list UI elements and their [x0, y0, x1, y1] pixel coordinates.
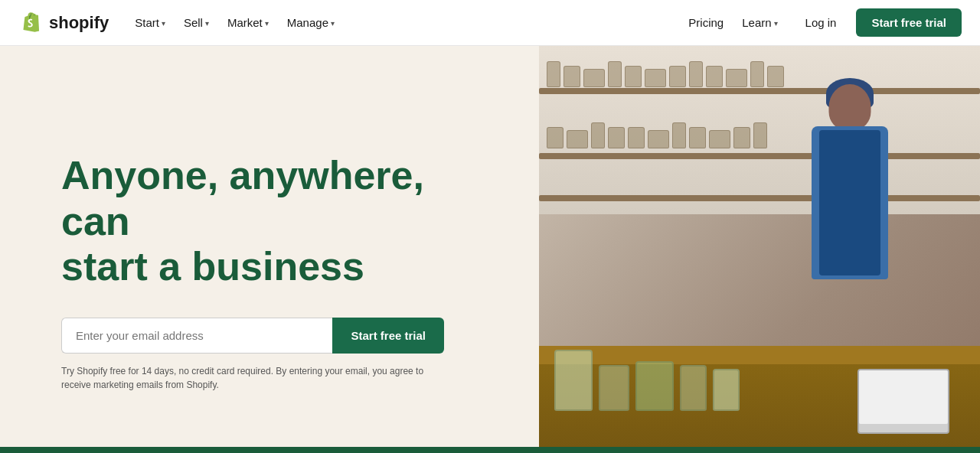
- jar: [645, 69, 666, 87]
- nav-right: Pricing Learn ▾ Log in Start free trial: [681, 8, 962, 37]
- jar: [547, 127, 564, 148]
- nav-link-pricing[interactable]: Pricing: [681, 11, 731, 34]
- hero-right-panel: Play video: [539, 46, 980, 453]
- chevron-down-icon: ▾: [162, 19, 165, 28]
- jar: [608, 127, 625, 148]
- nav-item-start[interactable]: Start ▾: [127, 11, 173, 34]
- shopify-logo[interactable]: shopify: [18, 11, 109, 35]
- jar: [583, 69, 605, 87]
- chevron-down-icon: ▾: [331, 19, 335, 28]
- laptop-screen: [859, 370, 948, 424]
- shopify-logo-icon: [18, 11, 43, 35]
- email-input[interactable]: [61, 318, 332, 354]
- nav-primary-links: Start ▾ Sell ▾ Market ▾ Manage ▾: [127, 11, 342, 34]
- jar: [726, 69, 747, 87]
- hero-image: Play video: [539, 46, 980, 453]
- jar: [625, 66, 642, 87]
- chevron-down-icon: ▾: [265, 19, 269, 28]
- person-head: [829, 84, 871, 130]
- nav-left: shopify Start ▾ Sell ▾ Market ▾ Manage ▾: [18, 11, 342, 35]
- hero-section: Anyone, anywhere, can start a business S…: [0, 46, 980, 453]
- nav-item-manage[interactable]: Manage ▾: [279, 11, 342, 34]
- hero-heading: Anyone, anywhere, can start a business: [61, 153, 444, 290]
- person-figure: [766, 84, 934, 390]
- navbar: shopify Start ▾ Sell ▾ Market ▾ Manage ▾: [0, 0, 980, 46]
- hero-cta-button[interactable]: Start free trial: [332, 318, 444, 354]
- jar: [733, 127, 750, 148]
- big-jar: [554, 350, 593, 411]
- big-jar: [635, 361, 674, 411]
- email-form: Start free trial: [61, 318, 444, 354]
- nav-secondary-links: Pricing Learn ▾: [681, 11, 785, 34]
- big-jar: [713, 369, 740, 411]
- bottom-bar: [0, 447, 980, 453]
- medium-jar: [599, 365, 629, 411]
- jar: [709, 130, 730, 148]
- jar: [648, 130, 669, 148]
- medium-jar: [680, 365, 707, 411]
- fine-print-text: Try Shopify free for 14 days, no credit …: [61, 364, 436, 392]
- hero-left-panel: Anyone, anywhere, can start a business S…: [0, 46, 539, 453]
- login-link[interactable]: Log in: [798, 11, 844, 34]
- jar: [608, 61, 622, 87]
- jar: [669, 66, 686, 87]
- nav-cta-button[interactable]: Start free trial: [856, 8, 962, 37]
- jar: [689, 127, 706, 148]
- jar: [750, 61, 764, 87]
- jar: [591, 122, 605, 148]
- jar: [564, 66, 580, 87]
- chevron-down-icon: ▾: [205, 19, 209, 28]
- nav-item-market[interactable]: Market ▾: [220, 11, 276, 34]
- jars-top-row: [539, 61, 980, 87]
- jar: [628, 127, 645, 148]
- shopify-wordmark: shopify: [49, 13, 109, 33]
- person-apron: [819, 130, 880, 275]
- jar: [672, 122, 686, 148]
- jar: [567, 130, 588, 148]
- nav-item-sell[interactable]: Sell ▾: [176, 11, 217, 34]
- jar: [547, 61, 560, 87]
- chevron-down-icon: ▾: [774, 19, 778, 28]
- table: [539, 346, 980, 453]
- jar: [689, 61, 703, 87]
- laptop: [858, 369, 949, 434]
- jar: [706, 66, 723, 87]
- nav-link-learn[interactable]: Learn ▾: [734, 11, 785, 34]
